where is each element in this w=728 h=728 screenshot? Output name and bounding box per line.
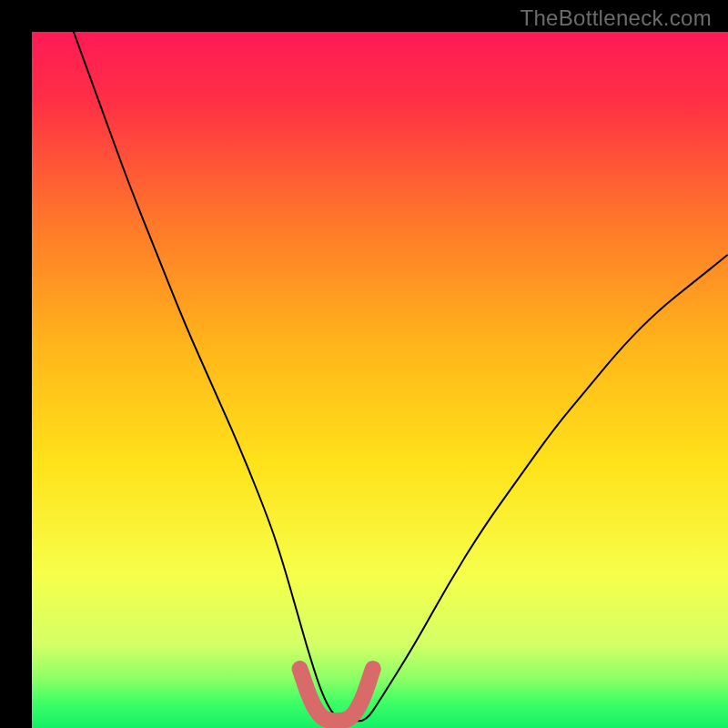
watermark-label: TheBottleneck.com: [520, 5, 712, 31]
chart-canvas: [0, 0, 728, 728]
bottleneck-chart: TheBottleneck.com: [0, 0, 728, 728]
gradient-background: [32, 32, 728, 728]
